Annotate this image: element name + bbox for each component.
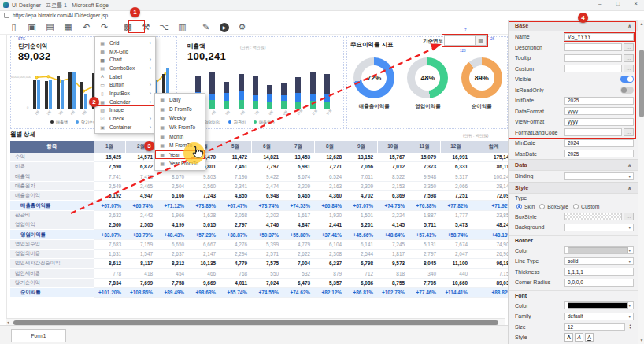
date-input-field[interactable] xyxy=(444,35,475,46)
stepper-buttons[interactable]: ▴▾ xyxy=(627,324,634,330)
prop-input-corner-radius[interactable]: 0,0,0,0 xyxy=(564,279,634,287)
menu-item-label: Check xyxy=(109,116,146,121)
menu-item-inputbox[interactable]: ▯InputBox› xyxy=(95,89,155,98)
prop-input-formatlangcode[interactable] xyxy=(564,128,622,136)
new-document-icon[interactable]: ▯ xyxy=(8,21,20,33)
dataset-icon[interactable]: ▥ xyxy=(176,21,188,33)
minimize-button[interactable]: – xyxy=(598,0,601,7)
prop-row-background: Background▾ xyxy=(509,222,638,233)
prop-input-dataformat[interactable]: yyyy xyxy=(564,107,634,115)
prop-input-initdate[interactable]: 2025 xyxy=(564,97,634,105)
cell-value: 2,632 xyxy=(94,210,125,220)
undo-icon[interactable]: ↶ xyxy=(80,21,92,33)
prop-input-name[interactable]: VS_YYYY xyxy=(564,33,634,41)
prop-input-custom[interactable] xyxy=(564,65,622,72)
fontstyle-button[interactable]: A xyxy=(585,333,594,342)
prop-input-tooltip[interactable] xyxy=(564,54,622,62)
hierarchy-icon[interactable]: ⌥ xyxy=(158,21,170,33)
submenu-item-weekly[interactable]: ▦Weekly xyxy=(155,113,205,123)
panel-section-data[interactable]: Data∧ xyxy=(509,159,638,171)
scroll-down-arrow-icon[interactable]: ▼ xyxy=(638,337,644,343)
scroll-up-arrow-icon[interactable]: ▲ xyxy=(638,20,644,27)
ellipsis-button[interactable]: … xyxy=(624,128,634,136)
boxstyle-pattern-swatch[interactable] xyxy=(564,213,622,220)
ellipsis-button[interactable]: … xyxy=(624,213,634,220)
design-tools-icon[interactable]: ⚒ xyxy=(140,21,152,33)
table-row: 매출총이익5,1924,9476,1667,2434,8556,9486,465… xyxy=(10,191,516,201)
menu-item-calendar[interactable]: ▦Calendar› xyxy=(95,98,155,106)
cell-value: 6,981 xyxy=(283,162,314,172)
fontstyle-button[interactable]: A xyxy=(575,333,583,342)
prop-select-line-type[interactable]: solid▾ xyxy=(564,257,634,265)
submenu-item-daily[interactable]: ▦Daily xyxy=(155,95,205,105)
ellipsis-button[interactable]: … xyxy=(624,43,634,51)
menu-item-check[interactable]: ☑Check› xyxy=(95,114,155,123)
submenu-item-year[interactable]: ▦Year xyxy=(155,150,205,160)
submenu-item-month[interactable]: ▦Month xyxy=(155,131,205,141)
cell-value: 2,147 xyxy=(188,249,220,258)
ellipsis-button[interactable]: … xyxy=(624,65,634,72)
prop-row-dataformat: DataFormatyyyy xyxy=(509,106,638,117)
scrollbar-thumb[interactable] xyxy=(13,320,498,325)
submenu-item-m-fromto[interactable]: ▦M FromTo xyxy=(155,141,205,150)
cell-value: 2,224 xyxy=(377,210,409,220)
open-folder-icon[interactable]: ▣ xyxy=(26,21,38,33)
donut-charts: 72%매출총이익률48%영업이익률89%순이익률 xyxy=(347,57,509,110)
settings-icon[interactable]: ⚙ xyxy=(236,21,248,33)
maximize-button[interactable]: □ xyxy=(616,0,620,7)
submenu-item-wk-fromto[interactable]: ▦Wk FromTo xyxy=(155,123,205,132)
menu-item-chart[interactable]: ▅Chart› xyxy=(95,55,155,64)
dimension-annotation-top: 7 xyxy=(464,28,467,32)
prop-input-thickness[interactable]: 1,1,1,1 xyxy=(564,268,634,276)
calendar-picker-icon[interactable]: ▦ xyxy=(475,35,487,46)
prop-label: Style xyxy=(515,335,564,340)
menu-item-mx-grid[interactable]: ▩MX-Grid xyxy=(95,47,155,56)
run-icon[interactable]: ▶ xyxy=(218,21,230,33)
cell-value: 3,201 xyxy=(346,220,377,230)
ellipsis-button[interactable]: … xyxy=(624,54,634,62)
menu-item-image[interactable]: ▨Image xyxy=(95,106,155,115)
submenu-item-d-fromto[interactable]: ▦D FromTo xyxy=(155,105,205,114)
edit-icon[interactable]: ✎ xyxy=(200,21,212,33)
cell-value: 2,058 xyxy=(220,210,251,220)
menu-item-combobox[interactable]: ▤ComboBox› xyxy=(95,64,155,72)
save-all-icon[interactable]: ▦ xyxy=(62,21,74,33)
radio-skin[interactable]: Skin xyxy=(516,204,535,209)
menu-item-grid[interactable]: ▦Grid› xyxy=(95,39,155,47)
panel-section-base[interactable]: Base∧ xyxy=(509,20,638,31)
prop-select-family[interactable]: default▾ xyxy=(564,313,634,320)
cell-value: 7,705 xyxy=(409,278,440,287)
panel-vertical-scrollbar[interactable]: ▲ ▼ xyxy=(638,20,644,344)
components-icon[interactable]: ▩ xyxy=(122,21,134,33)
prop-input-viewformat[interactable]: yyyy xyxy=(564,118,634,126)
table-row: 수익15,42514,57115,32016,47011,47214,82113… xyxy=(10,153,516,162)
menu-item-container[interactable]: ▣Container› xyxy=(95,123,155,131)
prop-select-background[interactable]: ▾ xyxy=(564,224,634,231)
widget-profit-ratio-card[interactable]: 주요이익률 지표 72%매출총이익률48%영업이익률89%순이익률 xyxy=(346,36,508,129)
color-picker-color[interactable]: ▾ xyxy=(564,246,634,254)
prop-select-binding[interactable]: ▾ xyxy=(564,172,634,180)
prop-input-mindate[interactable]: 2024 xyxy=(564,139,634,147)
save-icon[interactable]: ▤ xyxy=(44,21,56,33)
color-picker-color[interactable]: ▾ xyxy=(564,301,634,309)
size-input[interactable]: 12 xyxy=(564,323,625,331)
submenu-item-year-fromto[interactable]: ▦Year FromTo xyxy=(155,159,205,168)
menu-item-button[interactable]: ▭Button› xyxy=(95,80,155,89)
cell-value: +74.53% xyxy=(283,201,314,210)
toggle-isreadonly[interactable] xyxy=(620,87,634,94)
close-button[interactable]: × xyxy=(634,0,638,7)
prop-input-maxdate[interactable]: 2025 xyxy=(564,150,634,157)
fontstyle-button[interactable]: A xyxy=(564,333,573,342)
prop-input-description[interactable] xyxy=(564,43,622,51)
base-year-input[interactable]: ▦ xyxy=(444,35,487,46)
scroll-left-arrow-icon[interactable]: ◂ xyxy=(7,320,9,324)
panel-section-style[interactable]: Style∧ xyxy=(509,182,638,194)
tab-form1[interactable]: Form1 xyxy=(11,329,66,342)
redo-icon[interactable]: ↷ xyxy=(98,21,110,33)
cell-value: 1,920 xyxy=(314,210,346,220)
toggle-visible[interactable] xyxy=(620,76,634,83)
radio-custom[interactable]: Custom xyxy=(573,204,599,209)
radio-boxstyle[interactable]: BoxStyle xyxy=(539,204,568,209)
panel-scrollbar-thumb[interactable] xyxy=(639,50,644,117)
menu-item-label[interactable]: ALabel xyxy=(95,72,155,81)
